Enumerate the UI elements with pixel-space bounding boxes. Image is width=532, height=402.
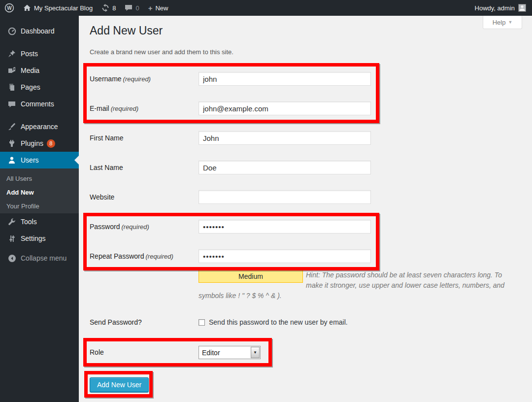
required-note: (required) xyxy=(111,105,138,112)
paintbrush-icon xyxy=(7,123,17,131)
sidebar-item-users[interactable]: Users xyxy=(0,152,79,168)
send-password-checkbox[interactable] xyxy=(199,319,205,326)
wrench-icon xyxy=(7,218,17,226)
pushpin-icon xyxy=(7,50,17,58)
plus-icon: + xyxy=(148,4,153,12)
update-count: 8 xyxy=(112,4,116,12)
sidebar-item-label: Pages xyxy=(21,83,40,91)
repeat-password-row: Repeat Password(required) xyxy=(90,249,371,264)
sidebar-item-comments[interactable]: Comments xyxy=(0,96,79,112)
comment-count: 0 xyxy=(135,4,139,12)
menu-separator xyxy=(0,39,79,45)
wordpress-logo-menu[interactable]: W xyxy=(0,0,19,16)
sidebar-item-label: Plugins xyxy=(21,139,43,147)
site-name: My Spectacular Blog xyxy=(34,4,93,12)
sidebar-item-label: Tools xyxy=(21,218,37,226)
password-row: Password(required) xyxy=(90,220,371,234)
password-label: Password(required) xyxy=(90,220,199,234)
menu-separator xyxy=(0,112,79,118)
updates-icon xyxy=(101,4,109,12)
admin-sidebar: Dashboard Posts Media Pages Comments xyxy=(0,16,79,402)
first-name-label: First Name xyxy=(90,131,199,145)
last-name-row: Last Name xyxy=(90,161,371,174)
comments-icon xyxy=(7,100,17,108)
sidebar-item-dashboard[interactable]: Dashboard xyxy=(0,23,79,39)
my-account-menu[interactable]: Howdy, admin xyxy=(469,0,532,16)
website-row: Website xyxy=(90,190,371,204)
sidebar-item-label: Dashboard xyxy=(21,27,55,35)
sidebar-item-label: Settings xyxy=(21,234,46,242)
sidebar-item-label: Appearance xyxy=(21,123,58,131)
sidebar-item-appearance[interactable]: Appearance xyxy=(0,118,79,135)
updates-link[interactable]: 8 xyxy=(97,0,120,16)
role-select[interactable]: Editor ▼ xyxy=(199,346,261,359)
email-label: E-mail(required) xyxy=(90,101,199,116)
sidebar-item-pages[interactable]: Pages xyxy=(0,79,79,96)
email-input[interactable] xyxy=(199,101,371,115)
new-label: New xyxy=(155,4,168,12)
website-label: Website xyxy=(90,190,199,204)
sidebar-item-label: Media xyxy=(21,67,39,74)
sliders-icon xyxy=(7,235,17,242)
users-submenu: All Users Add New Your Profile xyxy=(0,168,79,213)
new-content-menu[interactable]: + New xyxy=(144,0,173,16)
password-strength-block: Medium Hint: The password should be at l… xyxy=(199,270,507,301)
website-input[interactable] xyxy=(199,190,371,204)
dropdown-arrow-icon: ▼ xyxy=(251,347,260,358)
howdy-text: Howdy, admin xyxy=(475,4,515,12)
sidebar-item-label: Comments xyxy=(21,100,54,108)
email-row: E-mail(required) xyxy=(90,101,371,116)
wordpress-add-new-user-page: W My Spectacular Blog 8 0 xyxy=(0,0,532,402)
page-description: Create a brand new user and add them to … xyxy=(90,48,233,56)
wordpress-logo-icon: W xyxy=(4,3,14,13)
comments-link[interactable]: 0 xyxy=(120,0,143,16)
first-name-row: First Name xyxy=(90,131,371,145)
submenu-item-add-new[interactable]: Add New xyxy=(0,186,79,200)
add-new-user-button[interactable]: Add New User xyxy=(90,377,149,392)
username-input[interactable] xyxy=(199,72,371,86)
submenu-item-your-profile[interactable]: Your Profile xyxy=(0,200,79,213)
help-tab[interactable]: Help ▼ xyxy=(483,16,522,29)
username-row: Username(required) xyxy=(90,72,371,86)
plugins-update-badge: 8 xyxy=(47,139,55,148)
sidebar-item-media[interactable]: Media xyxy=(0,62,79,79)
last-name-label: Last Name xyxy=(90,161,199,174)
send-password-label: Send Password? xyxy=(90,317,142,328)
send-password-checkbox-label: Send this password to the new user by em… xyxy=(209,317,348,328)
repeat-password-input[interactable] xyxy=(199,249,371,263)
pages-icon xyxy=(7,83,17,91)
sidebar-item-posts[interactable]: Posts xyxy=(0,45,79,62)
required-note: (required) xyxy=(121,223,149,231)
sidebar-item-label: Users xyxy=(21,156,39,164)
media-icon xyxy=(7,67,17,74)
sidebar-item-label: Posts xyxy=(21,50,38,58)
sidebar-item-tools[interactable]: Tools xyxy=(0,213,79,230)
last-name-input[interactable] xyxy=(199,161,371,174)
svg-text:W: W xyxy=(7,5,12,11)
sidebar-item-settings[interactable]: Settings xyxy=(0,230,79,247)
user-icon xyxy=(7,156,17,164)
repeat-password-label: Repeat Password(required) xyxy=(90,249,199,264)
dashboard-icon xyxy=(7,27,17,35)
username-label: Username(required) xyxy=(90,72,199,86)
current-menu-arrow xyxy=(74,156,79,165)
admin-bar: W My Spectacular Blog 8 0 xyxy=(0,0,532,16)
home-icon xyxy=(23,4,31,12)
password-strength-meter: Medium xyxy=(199,270,303,283)
avatar xyxy=(518,4,526,12)
comment-bubble-icon xyxy=(125,4,133,11)
plugin-icon xyxy=(7,139,17,147)
role-selected-value: Editor xyxy=(199,349,250,357)
site-name-link[interactable]: My Spectacular Blog xyxy=(19,0,97,16)
role-label: Role xyxy=(90,346,104,359)
collapse-menu-button[interactable]: Collapse menu xyxy=(0,250,79,267)
submenu-item-all-users[interactable]: All Users xyxy=(0,172,79,186)
send-password-control: Send this password to the new user by em… xyxy=(199,317,348,328)
sidebar-item-label: Collapse menu xyxy=(21,254,66,262)
collapse-arrow-icon xyxy=(7,254,17,263)
password-input[interactable] xyxy=(199,220,371,234)
help-label: Help xyxy=(493,19,506,26)
sidebar-item-plugins[interactable]: Plugins 8 xyxy=(0,135,79,152)
required-note: (required) xyxy=(146,253,173,260)
first-name-input[interactable] xyxy=(199,131,371,145)
